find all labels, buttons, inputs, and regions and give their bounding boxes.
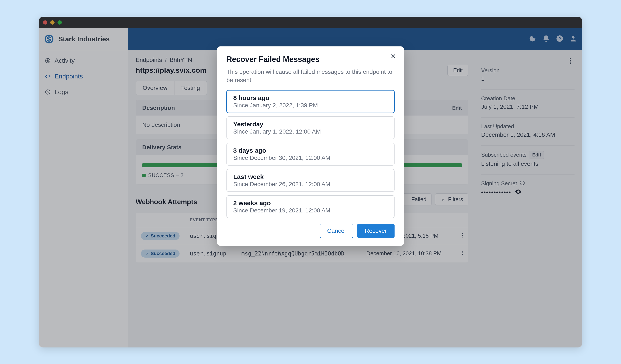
modal-title: Recover Failed Messages <box>226 55 395 64</box>
option-title: 3 days ago <box>233 147 388 154</box>
option-subtitle: Since December 30, 2021, 12:00 AM <box>233 155 388 161</box>
option-subtitle: Since December 26, 2021, 12:00 AM <box>233 181 388 188</box>
option-subtitle: Since January 2, 2022, 1:39 PM <box>233 102 388 109</box>
recover-button[interactable]: Recover <box>357 224 395 238</box>
recover-option[interactable]: YesterdaySince January 1, 2022, 12:00 AM <box>226 116 395 139</box>
recover-option[interactable]: 8 hours agoSince January 2, 2022, 1:39 P… <box>226 90 395 113</box>
option-subtitle: Since January 1, 2022, 12:00 AM <box>233 128 388 135</box>
recover-option[interactable]: 3 days agoSince December 30, 2021, 12:00… <box>226 143 395 166</box>
modal-description: This operation will cause all failed mes… <box>226 68 395 84</box>
modal-overlay[interactable]: Recover Failed Messages This operation w… <box>39 17 582 348</box>
option-title: 2 weeks ago <box>233 200 388 207</box>
option-title: 8 hours ago <box>233 94 388 102</box>
recover-option[interactable]: 2 weeks agoSince December 19, 2021, 12:0… <box>226 195 395 218</box>
recover-option[interactable]: Last weekSince December 26, 2021, 12:00 … <box>226 169 395 192</box>
option-title: Yesterday <box>233 121 388 128</box>
option-subtitle: Since December 19, 2021, 12:00 AM <box>233 207 388 214</box>
cancel-button[interactable]: Cancel <box>320 224 353 238</box>
close-icon[interactable] <box>389 52 397 60</box>
recover-modal: Recover Failed Messages This operation w… <box>217 47 404 246</box>
app-window: Stark Industries ? Activity Endpoints <box>39 17 582 348</box>
option-title: Last week <box>233 173 388 180</box>
